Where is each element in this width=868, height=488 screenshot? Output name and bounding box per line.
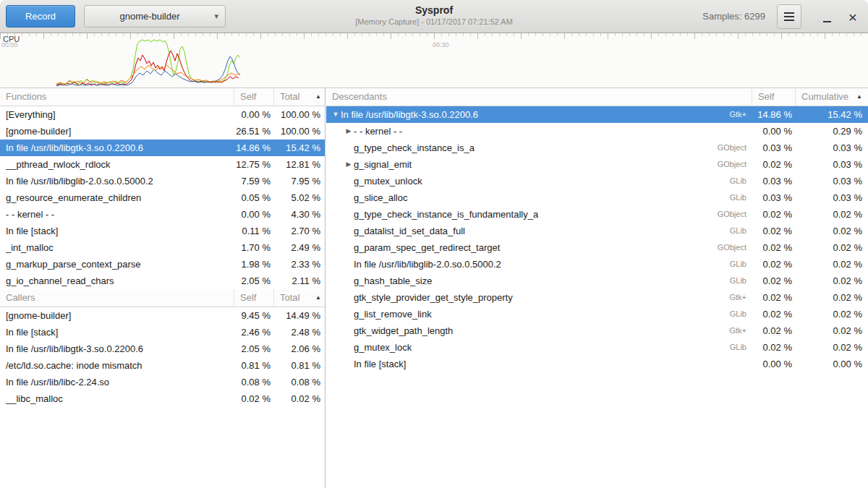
self-value-cell: 0.05 % [234,189,274,206]
self-value-cell: 9.45 % [234,307,274,324]
right-panel: Descendants Self Cumulative ▲ ▼In file /… [326,88,868,488]
tree-row[interactable]: g_list_remove_linkGLib0.02 %0.02 % [326,306,868,322]
tree-row[interactable]: ▼In file /usr/lib/libgtk-3.so.0.2200.6Gt… [326,106,868,123]
table-row[interactable]: In file /usr/lib/libgtk-3.so.0.2200.614.… [0,140,325,156]
total-value-cell: 0.02 % [274,390,325,407]
table-row[interactable]: In file /usr/lib/libc-2.24.so0.08 %0.08 … [0,374,325,390]
descendant-name-cell: In file /usr/lib/libgtk-3.so.0.2200.6 [341,106,478,123]
table-row[interactable]: In file /usr/lib/libglib-2.0.so.0.5000.2… [0,173,325,189]
window-title: Sysprof [217,4,651,17]
self-value-cell: 2.05 % [234,341,274,357]
tree-row[interactable]: gtk_widget_path_lengthGtk+0.02 %0.02 % [326,322,868,339]
table-row[interactable]: [gnome-builder]26.51 %100.00 % [0,123,325,140]
tree-row[interactable]: g_datalist_id_set_data_fullGLib0.02 %0.0… [326,223,868,239]
function-name-cell: In file /usr/lib/libgtk-3.so.0.2200.6 [0,341,234,357]
self-value-cell: 1.98 % [234,256,274,273]
table-row[interactable]: g_resource_enumerate_children0.05 %5.02 … [0,189,325,206]
self-value-cell: 0.02 % [752,256,796,273]
descendants-self-column-header[interactable]: Self [752,88,796,106]
expander-icon[interactable]: ▼ [331,106,341,123]
table-row[interactable]: g_markup_parse_context_parse1.98 %2.33 % [0,256,325,273]
time-label: 00:30 [433,41,449,48]
chevron-down-icon: ▾ [214,12,218,21]
descendant-name-cell: g_list_remove_link [354,306,432,322]
functions-total-column-header[interactable]: Total ▲ [274,88,325,106]
descendant-name-column: g_mutex_unlockGLib [326,173,752,189]
functions-self-column-header[interactable]: Self [234,88,274,106]
minimize-button[interactable] [814,4,839,29]
self-value-cell: 14.86 % [752,106,796,123]
table-row[interactable]: - - kernel - -0.00 %4.30 % [0,206,325,223]
tree-row[interactable]: g_type_check_instance_is_fundamentally_a… [326,206,868,223]
table-row[interactable]: /etc/ld.so.cache: inode mismatch0.81 %0.… [0,357,325,374]
tree-row[interactable]: g_mutex_lockGLib0.02 %0.02 % [326,339,868,356]
menu-button[interactable] [777,4,801,29]
tree-row[interactable]: g_hash_table_sizeGLib0.02 %0.02 % [326,273,868,289]
tree-row[interactable]: g_param_spec_get_redirect_targetGObject0… [326,239,868,256]
table-row[interactable]: __pthread_rwlock_rdlock12.75 %12.81 % [0,156,325,173]
descendant-name-column: gtk_widget_path_lengthGtk+ [326,322,752,339]
table-row[interactable]: [Everything]0.00 %100.00 % [0,106,325,123]
self-value-cell: 12.75 % [234,156,274,173]
category-tag: GLib [730,223,752,239]
functions-column-header[interactable]: Functions [0,88,234,106]
tree-row[interactable]: ▶- - kernel - -0.00 %0.29 % [326,123,868,140]
table-row[interactable]: [gnome-builder]9.45 %14.49 % [0,307,325,324]
descendants-cumulative-column-header[interactable]: Cumulative ▲ [796,88,868,106]
descendant-name-column: ▼In file /usr/lib/libgtk-3.so.0.2200.6Gt… [326,106,752,123]
callers-column-header[interactable]: Callers [0,289,234,307]
table-row[interactable]: In file [stack]2.46 %2.48 % [0,324,325,341]
tree-row[interactable]: gtk_style_provider_get_style_propertyGtk… [326,289,868,306]
cumulative-value-cell: 0.02 % [796,206,868,223]
tree-row[interactable]: In file /usr/lib/libglib-2.0.so.0.5000.2… [326,256,868,273]
descendant-name-cell: g_mutex_unlock [354,173,422,189]
self-value-cell: 7.59 % [234,173,274,189]
table-row[interactable]: g_io_channel_read_chars2.05 %2.11 % [0,273,325,289]
descendant-name-cell: g_hash_table_size [354,273,432,289]
function-name-cell: In file /usr/lib/libgtk-3.so.0.2200.6 [0,140,234,156]
function-name-cell: __pthread_rwlock_rdlock [0,156,234,173]
cumulative-value-cell: 0.02 % [796,223,868,239]
record-button[interactable]: Record [6,5,75,27]
table-row[interactable]: __libc_malloc0.02 %0.02 % [0,390,325,407]
self-value-cell: 0.00 % [752,356,796,372]
descendant-name-column: g_type_check_instance_is_aGObject [326,140,752,156]
self-value-cell: 2.46 % [234,324,274,341]
descendant-name-column: In file [stack] [326,356,752,372]
self-value-cell: 1.70 % [234,239,274,256]
category-tag: GObject [718,239,752,256]
tree-row[interactable]: g_slice_allocGLib0.03 %0.03 % [326,189,868,206]
tree-row[interactable]: ▶g_signal_emitGObject0.02 %0.03 % [326,156,868,173]
expander-icon[interactable]: ▶ [344,156,354,173]
total-value-cell: 2.33 % [274,256,325,273]
self-value-cell: 0.11 % [234,223,274,239]
total-value-cell: 12.81 % [274,156,325,173]
hamburger-icon [784,16,794,17]
descendant-name-cell: - - kernel - - [354,123,402,140]
descendant-name-column: g_param_spec_get_redirect_targetGObject [326,239,752,256]
close-icon: × [848,9,857,25]
tree-row[interactable]: In file [stack]0.00 %0.00 % [326,356,868,372]
descendants-cumulative-label: Cumulative [801,88,848,106]
total-value-cell: 2.49 % [274,239,325,256]
cpu-graph-area[interactable]: CPU 00:0000:30 [0,33,868,88]
callers-self-column-header[interactable]: Self [234,289,274,307]
tree-row[interactable]: g_mutex_unlockGLib0.03 %0.03 % [326,173,868,189]
self-value-cell: 2.05 % [234,273,274,289]
self-value-cell: 0.02 % [234,390,274,407]
callers-table-header: Callers Self Total ▲ [0,289,325,307]
total-value-cell: 2.48 % [274,324,325,341]
self-value-cell: 0.03 % [752,173,796,189]
tree-row[interactable]: g_type_check_instance_is_aGObject0.03 %0… [326,140,868,156]
function-name-cell: g_markup_parse_context_parse [0,256,234,273]
table-row[interactable]: _int_malloc1.70 %2.49 % [0,239,325,256]
process-selector-dropdown[interactable]: gnome-builder ▾ [84,5,226,27]
callers-total-column-header[interactable]: Total ▲ [274,289,325,307]
expander-icon[interactable]: ▶ [344,123,354,140]
table-row[interactable]: In file [stack]0.11 %2.70 % [0,223,325,239]
total-value-cell: 5.02 % [274,189,325,206]
descendants-column-header[interactable]: Descendants [326,88,752,106]
table-row[interactable]: In file /usr/lib/libgtk-3.so.0.2200.62.0… [0,341,325,357]
close-button[interactable]: × [841,4,865,29]
self-value-cell: 0.03 % [752,189,796,206]
